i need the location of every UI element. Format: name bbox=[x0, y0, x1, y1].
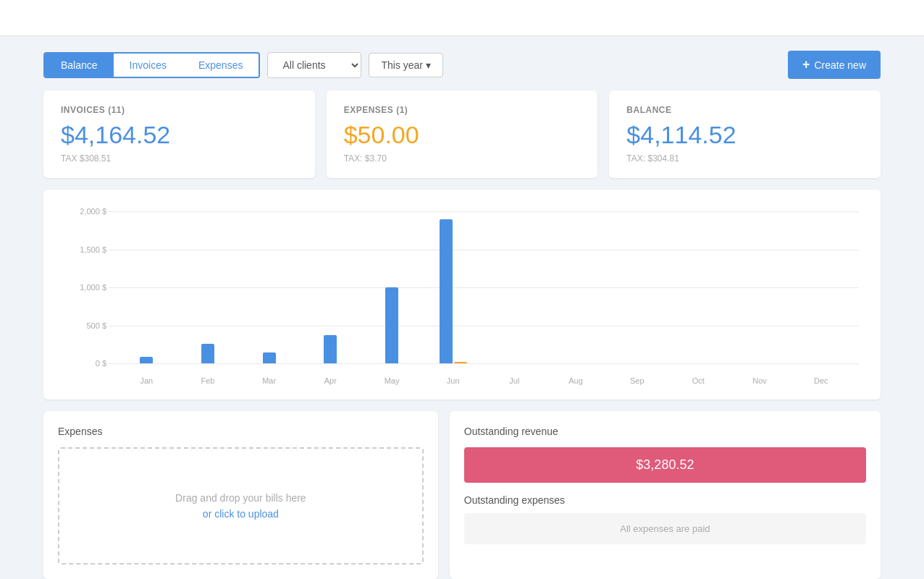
x-label-aug: Aug bbox=[545, 376, 607, 385]
all-paid-bar: All expenses are paid bbox=[464, 513, 866, 544]
chart-card: 2,000 $1,500 $1,000 $500 $0 $ JanFebMarA… bbox=[43, 190, 881, 400]
tab-group: Balance Invoices Expenses bbox=[43, 52, 260, 78]
invoices-tax: TAX $308.51 bbox=[61, 153, 298, 164]
expenses-section-title: Expenses bbox=[58, 426, 424, 437]
create-new-button[interactable]: + Create new bbox=[788, 51, 881, 79]
invoice-bar-feb bbox=[201, 344, 214, 363]
tab-expenses[interactable]: Expenses bbox=[182, 54, 259, 77]
year-filter[interactable]: This year ▾ bbox=[369, 53, 442, 77]
expenses-section: Expenses Drag and drop your bills here o… bbox=[43, 411, 438, 579]
expenses-card-label: EXPENSES (1) bbox=[344, 105, 581, 115]
invoices-amount: $4,164.52 bbox=[61, 121, 298, 149]
balance-tax: TAX: $304.81 bbox=[626, 153, 863, 164]
balance-amount: $4,114.52 bbox=[626, 121, 863, 149]
bars-container bbox=[109, 211, 859, 363]
revenue-section: Outstanding revenue $3,280.52 Outstandin… bbox=[450, 411, 881, 579]
balance-card: BALANCE $4,114.52 TAX: $304.81 bbox=[609, 90, 881, 178]
x-label-dec: Dec bbox=[790, 376, 852, 385]
expenses-amount: $50.00 bbox=[344, 121, 581, 149]
expenses-tax: TAX: $3.70 bbox=[344, 153, 581, 164]
x-label-mar: Mar bbox=[238, 376, 300, 385]
bottom-row: Expenses Drag and drop your bills here o… bbox=[43, 411, 881, 579]
invoices-card-label: INVOICES (11) bbox=[61, 105, 298, 115]
invoice-bar-may bbox=[385, 287, 398, 363]
x-labels: JanFebMarAprMayJunJulAugSepOctNovDec bbox=[109, 376, 859, 385]
upload-link[interactable]: or click to upload bbox=[203, 508, 279, 520]
cards-row: INVOICES (11) $4,164.52 TAX $308.51 EXPE… bbox=[43, 90, 881, 178]
x-label-oct: Oct bbox=[668, 376, 729, 385]
bar-group-feb bbox=[177, 344, 239, 363]
bar-group-jan bbox=[116, 357, 177, 363]
outstanding-expenses-label: Outstanding expenses bbox=[464, 494, 866, 506]
client-filter[interactable]: All clients bbox=[267, 52, 361, 78]
plus-icon: + bbox=[802, 57, 810, 72]
x-label-jan: Jan bbox=[116, 376, 177, 385]
invoice-bar-apr bbox=[324, 335, 337, 363]
chart-area: 2,000 $1,500 $1,000 $500 $0 $ JanFebMarA… bbox=[65, 211, 859, 385]
invoice-bar-mar bbox=[263, 352, 276, 363]
bar-group-may bbox=[361, 287, 423, 363]
invoices-card: INVOICES (11) $4,164.52 TAX $308.51 bbox=[43, 90, 315, 178]
invoice-bar-jan bbox=[140, 357, 153, 363]
bar-group-apr bbox=[300, 335, 361, 363]
x-label-jun: Jun bbox=[422, 376, 484, 385]
x-label-may: May bbox=[361, 376, 423, 385]
top-bar bbox=[0, 0, 924, 36]
x-label-nov: Nov bbox=[729, 376, 791, 385]
invoice-bar-jun bbox=[440, 219, 453, 364]
expenses-card: EXPENSES (1) $50.00 TAX: $3.70 bbox=[327, 90, 598, 178]
x-label-feb: Feb bbox=[177, 376, 239, 385]
x-label-apr: Apr bbox=[300, 376, 361, 385]
outstanding-revenue-label: Outstanding revenue bbox=[464, 426, 866, 437]
drop-zone-text: Drag and drop your bills here bbox=[175, 492, 306, 504]
balance-card-label: BALANCE bbox=[626, 105, 863, 115]
x-label-sep: Sep bbox=[606, 376, 668, 385]
tab-invoices[interactable]: Invoices bbox=[114, 54, 182, 77]
toolbar: Balance Invoices Expenses All clients Th… bbox=[43, 51, 881, 79]
expense-bar-jun bbox=[454, 362, 467, 363]
bar-group-jun bbox=[422, 219, 484, 364]
main-content: Balance Invoices Expenses All clients Th… bbox=[0, 36, 924, 579]
drop-zone[interactable]: Drag and drop your bills here or click t… bbox=[58, 447, 424, 565]
tab-balance[interactable]: Balance bbox=[45, 54, 114, 77]
bar-group-mar bbox=[238, 352, 300, 363]
x-label-jul: Jul bbox=[484, 376, 545, 385]
revenue-amount-bar[interactable]: $3,280.52 bbox=[464, 447, 866, 483]
